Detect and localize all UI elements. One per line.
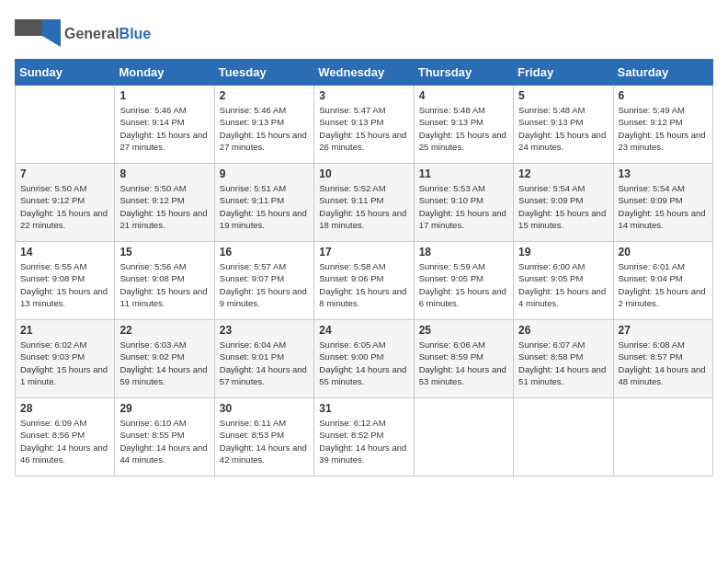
header-cell-wednesday: Wednesday xyxy=(314,60,414,86)
week-row-1: 1Sunrise: 5:46 AMSunset: 9:14 PMDaylight… xyxy=(16,86,713,164)
day-number: 22 xyxy=(119,324,209,337)
day-number: 18 xyxy=(419,246,508,259)
header-row: SundayMondayTuesdayWednesdayThursdayFrid… xyxy=(16,60,713,86)
day-number: 19 xyxy=(518,246,608,259)
week-row-3: 14Sunrise: 5:55 AMSunset: 9:08 PMDayligh… xyxy=(16,242,713,320)
week-row-5: 28Sunrise: 6:09 AMSunset: 8:56 PMDayligh… xyxy=(16,398,713,477)
day-number: 20 xyxy=(619,246,708,259)
day-cell: 16Sunrise: 5:57 AMSunset: 9:07 PMDayligh… xyxy=(214,242,313,320)
day-cell: 5Sunrise: 5:48 AMSunset: 9:13 PMDaylight… xyxy=(514,86,613,164)
header-cell-monday: Monday xyxy=(115,60,214,86)
day-info: Sunrise: 6:12 AMSunset: 8:52 PMDaylight:… xyxy=(319,417,408,465)
day-cell: 6Sunrise: 5:49 AMSunset: 9:12 PMDaylight… xyxy=(613,86,712,164)
day-cell: 27Sunrise: 6:08 AMSunset: 8:57 PMDayligh… xyxy=(613,320,712,398)
day-cell: 13Sunrise: 5:54 AMSunset: 9:09 PMDayligh… xyxy=(613,164,712,242)
day-info: Sunrise: 5:54 AMSunset: 9:09 PMDaylight:… xyxy=(518,182,608,231)
day-info: Sunrise: 6:09 AMSunset: 8:56 PMDaylight:… xyxy=(20,417,109,465)
day-info: Sunrise: 5:54 AMSunset: 9:09 PMDaylight:… xyxy=(619,182,708,231)
svg-marker-1 xyxy=(42,19,61,36)
day-number: 26 xyxy=(518,324,608,337)
logo-icon xyxy=(15,15,61,52)
day-info: Sunrise: 5:51 AMSunset: 9:11 PMDaylight:… xyxy=(220,182,309,231)
day-number: 6 xyxy=(619,89,708,102)
day-cell: 31Sunrise: 6:12 AMSunset: 8:52 PMDayligh… xyxy=(314,398,414,477)
day-cell: 12Sunrise: 5:54 AMSunset: 9:09 PMDayligh… xyxy=(514,164,613,242)
day-cell xyxy=(514,398,613,477)
day-info: Sunrise: 5:52 AMSunset: 9:11 PMDaylight:… xyxy=(319,182,408,231)
day-info: Sunrise: 5:47 AMSunset: 9:13 PMDaylight:… xyxy=(319,104,408,153)
day-info: Sunrise: 6:00 AMSunset: 9:05 PMDaylight:… xyxy=(518,260,608,309)
day-number: 27 xyxy=(619,324,708,337)
day-cell xyxy=(414,398,513,477)
day-number: 23 xyxy=(220,324,309,337)
day-number: 10 xyxy=(319,167,408,180)
day-cell: 25Sunrise: 6:06 AMSunset: 8:59 PMDayligh… xyxy=(414,320,513,398)
day-cell: 18Sunrise: 5:59 AMSunset: 9:05 PMDayligh… xyxy=(414,242,513,320)
day-cell: 23Sunrise: 6:04 AMSunset: 9:01 PMDayligh… xyxy=(214,320,313,398)
day-info: Sunrise: 6:03 AMSunset: 9:02 PMDaylight:… xyxy=(119,339,209,387)
day-info: Sunrise: 5:49 AMSunset: 9:12 PMDaylight:… xyxy=(619,104,708,153)
day-number: 15 xyxy=(119,246,209,259)
header-cell-friday: Friday xyxy=(514,60,613,86)
day-cell: 8Sunrise: 5:50 AMSunset: 9:12 PMDaylight… xyxy=(115,164,214,242)
day-info: Sunrise: 6:04 AMSunset: 9:01 PMDaylight:… xyxy=(220,339,309,387)
day-cell: 9Sunrise: 5:51 AMSunset: 9:11 PMDaylight… xyxy=(214,164,313,242)
day-cell: 11Sunrise: 5:53 AMSunset: 9:10 PMDayligh… xyxy=(414,164,513,242)
day-number: 5 xyxy=(518,89,608,102)
day-info: Sunrise: 6:11 AMSunset: 8:53 PMDaylight:… xyxy=(220,417,309,465)
day-info: Sunrise: 6:05 AMSunset: 9:00 PMDaylight:… xyxy=(319,339,408,387)
day-cell: 14Sunrise: 5:55 AMSunset: 9:08 PMDayligh… xyxy=(16,242,115,320)
day-info: Sunrise: 5:48 AMSunset: 9:13 PMDaylight:… xyxy=(518,104,608,153)
day-number: 21 xyxy=(20,324,109,337)
day-cell: 20Sunrise: 6:01 AMSunset: 9:04 PMDayligh… xyxy=(613,242,712,320)
svg-rect-0 xyxy=(15,19,42,36)
day-info: Sunrise: 5:58 AMSunset: 9:06 PMDaylight:… xyxy=(319,260,408,309)
day-number: 14 xyxy=(20,246,109,259)
header-cell-saturday: Saturday xyxy=(613,60,712,86)
day-info: Sunrise: 6:01 AMSunset: 9:04 PMDaylight:… xyxy=(619,260,708,309)
day-cell: 10Sunrise: 5:52 AMSunset: 9:11 PMDayligh… xyxy=(314,164,414,242)
svg-marker-2 xyxy=(42,36,61,47)
calendar-header: GeneralBlue xyxy=(15,15,713,52)
day-info: Sunrise: 5:55 AMSunset: 9:08 PMDaylight:… xyxy=(20,260,109,309)
day-number: 13 xyxy=(619,167,708,180)
day-number: 24 xyxy=(319,324,408,337)
day-cell: 17Sunrise: 5:58 AMSunset: 9:06 PMDayligh… xyxy=(314,242,414,320)
day-number: 16 xyxy=(220,246,309,259)
day-number: 17 xyxy=(319,246,408,259)
header-cell-thursday: Thursday xyxy=(414,60,513,86)
day-info: Sunrise: 5:46 AMSunset: 9:13 PMDaylight:… xyxy=(220,104,309,153)
day-cell: 28Sunrise: 6:09 AMSunset: 8:56 PMDayligh… xyxy=(16,398,115,477)
day-number: 30 xyxy=(220,402,309,415)
day-number: 31 xyxy=(319,402,408,415)
day-cell xyxy=(16,86,115,164)
day-info: Sunrise: 5:59 AMSunset: 9:05 PMDaylight:… xyxy=(419,260,508,309)
day-info: Sunrise: 6:07 AMSunset: 8:58 PMDaylight:… xyxy=(518,339,608,387)
day-info: Sunrise: 5:53 AMSunset: 9:10 PMDaylight:… xyxy=(419,182,508,231)
week-row-2: 7Sunrise: 5:50 AMSunset: 9:12 PMDaylight… xyxy=(16,164,713,242)
day-info: Sunrise: 5:48 AMSunset: 9:13 PMDaylight:… xyxy=(419,104,508,153)
day-number: 25 xyxy=(419,324,508,337)
day-info: Sunrise: 6:06 AMSunset: 8:59 PMDaylight:… xyxy=(419,339,508,387)
day-number: 9 xyxy=(220,167,309,180)
day-cell: 3Sunrise: 5:47 AMSunset: 9:13 PMDaylight… xyxy=(314,86,414,164)
day-cell: 2Sunrise: 5:46 AMSunset: 9:13 PMDaylight… xyxy=(214,86,313,164)
day-info: Sunrise: 6:10 AMSunset: 8:55 PMDaylight:… xyxy=(119,417,209,465)
day-info: Sunrise: 5:50 AMSunset: 9:12 PMDaylight:… xyxy=(119,182,209,231)
day-info: Sunrise: 5:50 AMSunset: 9:12 PMDaylight:… xyxy=(20,182,109,231)
week-row-4: 21Sunrise: 6:02 AMSunset: 9:03 PMDayligh… xyxy=(16,320,713,398)
day-info: Sunrise: 5:57 AMSunset: 9:07 PMDaylight:… xyxy=(220,260,309,309)
day-number: 11 xyxy=(419,167,508,180)
day-cell: 29Sunrise: 6:10 AMSunset: 8:55 PMDayligh… xyxy=(115,398,214,477)
day-number: 8 xyxy=(119,167,209,180)
day-cell: 22Sunrise: 6:03 AMSunset: 9:02 PMDayligh… xyxy=(115,320,214,398)
day-number: 29 xyxy=(119,402,209,415)
day-number: 2 xyxy=(220,89,309,102)
day-cell: 4Sunrise: 5:48 AMSunset: 9:13 PMDaylight… xyxy=(414,86,513,164)
day-cell: 21Sunrise: 6:02 AMSunset: 9:03 PMDayligh… xyxy=(16,320,115,398)
day-cell xyxy=(613,398,712,477)
day-number: 1 xyxy=(119,89,209,102)
day-cell: 15Sunrise: 5:56 AMSunset: 9:08 PMDayligh… xyxy=(115,242,214,320)
day-info: Sunrise: 5:46 AMSunset: 9:14 PMDaylight:… xyxy=(119,104,209,153)
header-cell-sunday: Sunday xyxy=(16,60,115,86)
